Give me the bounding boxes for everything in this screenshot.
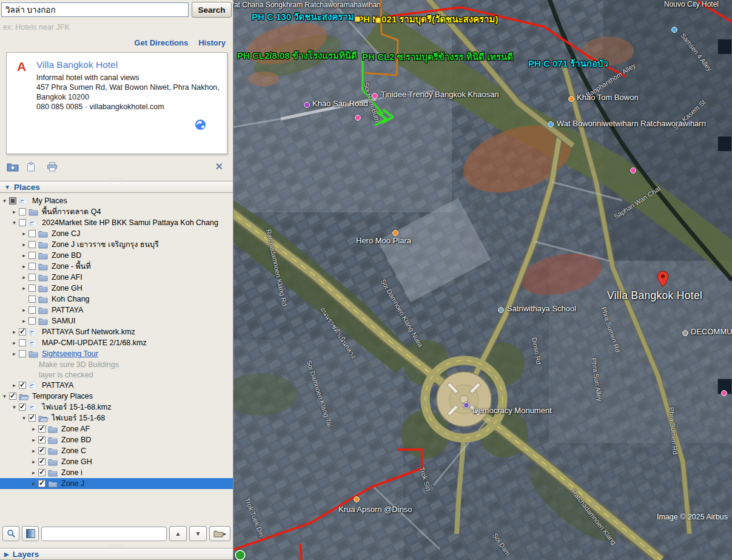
places-panel-header[interactable]: ▼ Places (0, 181, 233, 193)
expander-arrow-icon[interactable]: ▸ (21, 252, 27, 258)
highlight-toggle-icon[interactable] (22, 526, 39, 541)
expander-arrow-icon[interactable]: ▸ (30, 448, 37, 454)
checkbox[interactable] (19, 339, 26, 346)
tree-item[interactable]: ▸Sightseeing Tour (0, 348, 233, 359)
folder-actions-button[interactable]: ▸ (209, 526, 230, 541)
poi-label[interactable]: Hero Moo Plara (356, 236, 411, 245)
checkbox[interactable] (38, 469, 45, 476)
checkbox[interactable] (38, 436, 45, 444)
checkbox[interactable] (29, 263, 36, 270)
checkbox[interactable] (19, 219, 26, 226)
tree-item[interactable]: ▸PATTAYA Surf Network.kmz (0, 326, 233, 337)
poi-label[interactable]: Wat Bowonniwetwiharn Ratchaworawiharn (557, 119, 706, 128)
kml-placemark-label[interactable]: PH C 130 วัดชนะสงคราม (252, 10, 354, 24)
checkbox[interactable] (38, 447, 45, 454)
tree-item[interactable]: ▸Zone i (0, 467, 233, 478)
tree-item[interactable]: ▸Zone J เยาวราช เจริญกรุง ธนบุรี (0, 239, 233, 250)
globe-icon[interactable] (195, 119, 206, 130)
tree-item[interactable]: ▾Temporary Places (0, 391, 233, 402)
poi-label[interactable]: Nouvo City Hotel (664, 0, 719, 8)
poi-dot[interactable] (671, 27, 677, 33)
poi-label[interactable]: Krua Apsorn @Dinso (338, 505, 412, 514)
expander-arrow-icon[interactable]: ▾ (1, 198, 8, 204)
poi-label[interactable]: Khao San Road (312, 99, 368, 108)
expander-arrow-icon[interactable]: ▸ (30, 459, 37, 465)
expander-arrow-icon[interactable]: ▸ (30, 481, 37, 487)
kml-placemark-label[interactable]: PH CL2/8.08 ข้างโรงแรมทินิดี (237, 49, 357, 63)
checkbox[interactable] (29, 285, 36, 292)
panel-splitter[interactable]: ······ (0, 176, 233, 181)
tree-item[interactable]: ▸Zone GH (0, 283, 233, 294)
poi-label[interactable]: Wat Chana Songkhram Ratchaworamahawihan (233, 1, 381, 9)
print-icon[interactable] (47, 161, 60, 172)
poi-label[interactable]: Tinidee Trendy Bangkok Khaosan (381, 90, 499, 99)
tree-item[interactable]: ▸Zone AF (0, 423, 233, 434)
checkbox[interactable] (29, 252, 36, 259)
poi-label[interactable]: Villa Bangkok Hotel (607, 289, 702, 302)
checkbox[interactable] (38, 425, 45, 433)
tree-item[interactable]: ▸MAP-CMI-UPDATE 2/1/68.kmz (0, 337, 233, 348)
search-input[interactable] (1, 2, 189, 17)
collapse-triangle-icon[interactable]: ▼ (4, 184, 10, 191)
close-search-results-icon[interactable]: ✕ (215, 163, 226, 171)
next-result-button[interactable]: ▼ (189, 526, 207, 541)
checkbox[interactable] (29, 295, 36, 303)
poi-dot[interactable] (548, 121, 554, 127)
checkbox[interactable] (19, 208, 26, 215)
expander-arrow-icon[interactable]: ▸ (21, 307, 27, 313)
checkbox[interactable] (19, 328, 26, 336)
expander-arrow-icon[interactable]: ▾ (11, 220, 18, 226)
poi-dot[interactable] (392, 230, 398, 236)
layers-splitter[interactable]: ······ (0, 543, 233, 548)
tree-item[interactable]: ▾My Places (0, 195, 233, 206)
places-filter-input[interactable] (41, 527, 167, 541)
kml-placemark-label[interactable]: PH CL2 ซ.รามบุตรีข้างรร.ทินิดี เทรนดี (362, 50, 513, 64)
expander-arrow-icon[interactable]: ▸ (21, 318, 27, 324)
expander-arrow-icon[interactable]: ▸ (21, 231, 27, 237)
poi-dot[interactable] (355, 115, 361, 121)
poi-label[interactable]: Satriwithaya School (507, 304, 576, 313)
checkbox[interactable] (38, 458, 45, 465)
tree-item[interactable]: ▸Zone J (0, 478, 233, 489)
tree-item[interactable]: ▸Zone C (0, 445, 233, 456)
checkbox[interactable] (19, 403, 26, 411)
tree-item[interactable]: ▾ไฟเบอร์ 15-1-68 (0, 413, 233, 423)
expander-arrow-icon[interactable]: ▸ (11, 382, 18, 388)
tree-item[interactable]: ▾2024Market Site HP BKK Samui Pattaya Ko… (0, 217, 233, 228)
poi-dot[interactable] (568, 96, 574, 102)
expander-arrow-icon[interactable]: ▸ (30, 470, 37, 476)
checkbox[interactable] (29, 230, 36, 237)
tree-item[interactable]: ▸Zone CJ (0, 228, 233, 239)
search-result-card[interactable]: A Villa Bangkok Hotel Informal hotel wit… (6, 52, 227, 154)
tree-item[interactable]: ▸Zone AFI (0, 272, 233, 283)
layers-panel-header[interactable]: ▶ Layers (0, 548, 233, 560)
map-view[interactable]: PH C 130 วัดชนะสงครามPH N 021 รามบุตรี(ว… (233, 0, 732, 560)
search-result-pin-icon[interactable] (657, 271, 669, 288)
expander-arrow-icon[interactable]: ▸ (11, 340, 18, 346)
checkbox[interactable] (29, 414, 36, 422)
tour-status-icon[interactable] (235, 550, 246, 560)
expander-arrow-icon[interactable]: ▸ (30, 437, 37, 443)
previous-result-button[interactable]: ▲ (169, 526, 187, 541)
places-search-icon[interactable] (2, 526, 19, 541)
checkbox[interactable] (38, 480, 45, 487)
poi-dot[interactable] (304, 102, 310, 108)
expander-arrow-icon[interactable]: ▾ (1, 393, 8, 399)
expander-arrow-icon[interactable]: ▸ (30, 426, 37, 432)
poi-dot[interactable] (721, 390, 727, 396)
tree-item[interactable]: ▸PATTAYA (0, 380, 233, 391)
checkbox[interactable] (9, 197, 16, 204)
checkbox[interactable] (9, 393, 16, 400)
tree-item[interactable]: ▸SAMUI (0, 315, 233, 326)
poi-dot[interactable] (630, 167, 636, 174)
checkbox[interactable] (19, 350, 26, 357)
checkbox[interactable] (29, 306, 36, 314)
tree-item[interactable]: ▸Zone BD (0, 250, 233, 261)
expander-arrow-icon[interactable]: ▾ (11, 404, 18, 410)
get-directions-link[interactable]: Get Directions (134, 38, 188, 47)
result-title[interactable]: Villa Bangkok Hotel (36, 59, 118, 70)
expander-arrow-icon[interactable]: ▾ (21, 415, 27, 421)
poi-label[interactable]: Khao Tom Bowon (577, 93, 639, 102)
yellow-pushpin-icon[interactable] (375, 18, 381, 23)
search-button[interactable]: Search (192, 2, 232, 18)
